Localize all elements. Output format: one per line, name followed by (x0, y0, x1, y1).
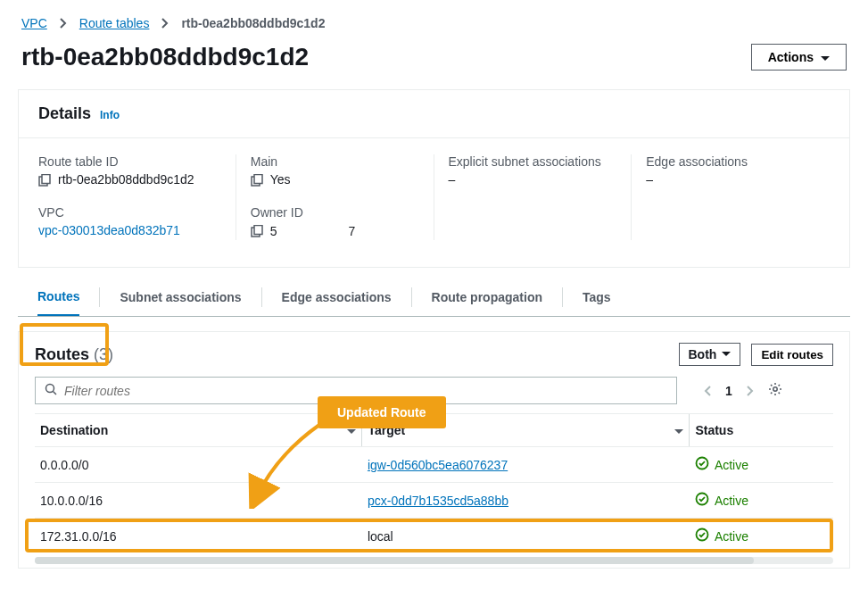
routes-table: Destination Target Status 0.0.0.0/0igw-0… (35, 413, 833, 553)
page-next[interactable] (747, 386, 754, 396)
cell-status: Active (690, 483, 833, 519)
info-link[interactable]: Info (100, 109, 120, 121)
tab-separator (99, 287, 100, 307)
tabs: Routes Subnet associations Edge associat… (18, 278, 850, 317)
filter-routes-field[interactable] (64, 384, 667, 398)
svg-rect-1 (42, 175, 50, 184)
check-circle-icon (695, 456, 709, 473)
copy-icon[interactable] (251, 174, 263, 189)
main-label: Main (251, 154, 419, 169)
gear-icon[interactable] (768, 382, 782, 399)
cell-destination: 172.31.0.0/16 (35, 519, 362, 554)
edit-routes-button[interactable]: Edit routes (751, 344, 833, 366)
chevron-right-icon (60, 18, 67, 29)
target-link[interactable]: igw-0d560bc5ea6076237 (368, 458, 508, 472)
breadcrumb-current: rtb-0ea2bb08ddbd9c1d2 (181, 16, 325, 30)
col-destination[interactable]: Destination (35, 414, 362, 447)
col-status[interactable]: Status (690, 414, 833, 447)
sort-icon (347, 423, 356, 437)
details-card: Details Info Route table ID rtb-0ea2bb08… (18, 89, 850, 268)
owner-id-value: 57 (270, 223, 356, 238)
edge-associations-value: – (646, 172, 653, 187)
owner-id-label: Owner ID (251, 205, 419, 220)
explicit-subnet-label: Explicit subnet associations (449, 154, 617, 169)
tab-separator (411, 287, 412, 307)
sort-icon (674, 423, 683, 437)
routes-title: Routes (3) (35, 345, 113, 364)
main-value: Yes (270, 172, 291, 187)
route-table-id-label: Route table ID (38, 154, 221, 169)
caret-down-icon (722, 352, 731, 357)
svg-rect-3 (254, 175, 262, 184)
cell-status: Active (690, 519, 833, 554)
breadcrumb: VPC Route tables rtb-0ea2bb08ddbd9c1d2 (0, 0, 868, 37)
tab-route-propagation[interactable]: Route propagation (432, 279, 542, 315)
routes-panel: Routes (3) Both Edit routes (18, 331, 850, 569)
col-target[interactable]: Target (362, 414, 690, 447)
tab-routes[interactable]: Routes (37, 278, 79, 316)
table-row[interactable]: 10.0.0.0/16pcx-0dd7b1535cd5a88bbActive (35, 483, 833, 519)
tab-separator (562, 287, 563, 307)
cell-destination: 10.0.0.0/16 (35, 483, 362, 519)
actions-button-label: Actions (768, 50, 814, 64)
page-title: rtb-0ea2bb08ddbd9c1d2 (21, 43, 309, 71)
svg-rect-5 (254, 226, 262, 235)
tab-tags[interactable]: Tags (583, 279, 611, 315)
svg-line-7 (54, 392, 57, 395)
svg-point-6 (46, 385, 54, 393)
target-link[interactable]: pcx-0dd7b1535cd5a88bb (368, 494, 508, 508)
explicit-subnet-value: – (449, 172, 456, 187)
table-row[interactable]: 0.0.0.0/0igw-0d560bc5ea6076237Active (35, 447, 833, 483)
filter-routes-input[interactable] (35, 377, 677, 404)
search-icon (45, 383, 57, 398)
edge-associations-label: Edge associations (646, 154, 815, 169)
copy-icon[interactable] (251, 225, 263, 240)
page-number: 1 (725, 384, 732, 398)
breadcrumb-route-tables[interactable]: Route tables (79, 16, 150, 30)
vpc-label: VPC (38, 205, 221, 220)
details-heading: Details (38, 104, 91, 123)
copy-icon[interactable] (38, 174, 51, 189)
chevron-right-icon (161, 18, 169, 29)
caret-down-icon (821, 50, 830, 64)
check-circle-icon (695, 527, 709, 544)
svg-point-8 (773, 387, 777, 391)
vpc-link[interactable]: vpc-030013dea0d832b71 (38, 223, 180, 237)
cell-status: Active (690, 447, 833, 483)
cell-target: local (362, 519, 690, 554)
cell-destination: 0.0.0.0/0 (35, 447, 362, 483)
actions-button[interactable]: Actions (751, 44, 847, 71)
check-circle-icon (695, 492, 709, 509)
tab-subnet-associations[interactable]: Subnet associations (120, 279, 241, 315)
route-table-id-value: rtb-0ea2bb08ddbd9c1d2 (58, 172, 194, 187)
tab-separator (261, 287, 262, 307)
page-prev[interactable] (704, 386, 711, 396)
table-row[interactable]: 172.31.0.0/16localActive (35, 519, 833, 554)
tab-edge-associations[interactable]: Edge associations (282, 279, 392, 315)
horizontal-scrollbar[interactable] (35, 557, 833, 564)
routes-filter-select[interactable]: Both (679, 343, 741, 366)
cell-target: pcx-0dd7b1535cd5a88bb (362, 483, 690, 519)
cell-target: igw-0d560bc5ea6076237 (362, 447, 690, 483)
breadcrumb-vpc[interactable]: VPC (21, 16, 47, 30)
